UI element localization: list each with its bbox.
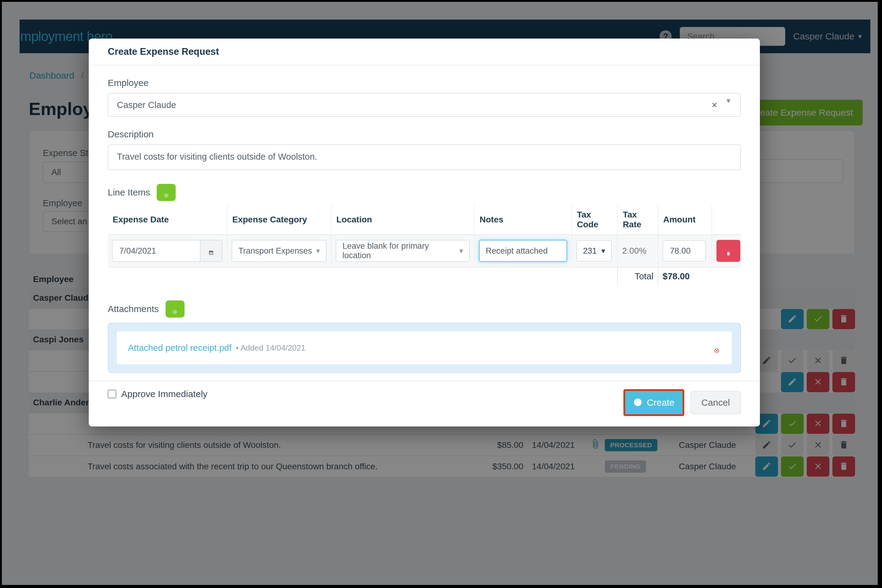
line-items-column-header (712, 205, 741, 235)
expense-date-input[interactable] (112, 240, 200, 262)
line-items-column-header: Expense Category (227, 205, 331, 235)
line-items-column-header: Expense Date (108, 205, 227, 235)
line-items-total-row: Total $78.00 (108, 267, 741, 285)
description-label: Description (108, 129, 741, 140)
add-line-item-button[interactable] (157, 184, 176, 201)
chevron-down-icon: ▾ (598, 247, 605, 255)
total-value: $78.00 (658, 267, 741, 285)
create-button-highlight: Create (624, 389, 684, 416)
line-items-column-header: Tax Code (572, 205, 618, 235)
chevron-down-icon: ▾ (313, 247, 320, 255)
line-items-column-header: Tax Rate (618, 205, 658, 235)
description-textarea[interactable]: Travel costs for visiting clients outsid… (108, 144, 741, 170)
trash-icon (726, 249, 731, 253)
create-button[interactable]: Create (625, 391, 682, 414)
attachments-panel: Attached petrol receipt.pdf • Added 14/0… (108, 323, 741, 373)
plus-circle-icon (633, 398, 643, 408)
line-items-column-header: Location (331, 205, 474, 235)
tax-code-value: 231 (583, 246, 597, 256)
expense-category-select[interactable]: Transport Expenses ▾ (232, 240, 326, 262)
clear-selection-icon[interactable]: × (712, 100, 717, 110)
employee-select[interactable]: Casper Claude × ▼ (108, 93, 741, 117)
attachments-label: Attachments (108, 304, 159, 314)
remove-attachment-icon[interactable] (714, 345, 720, 351)
modal-header: Create Expense Request (89, 39, 760, 66)
line-items-header-row: Expense DateExpense CategoryLocationNote… (108, 205, 741, 235)
location-value: Leave blank for primary location (343, 242, 456, 260)
plus-circle-icon (173, 307, 177, 312)
cancel-button[interactable]: Cancel (690, 391, 741, 414)
line-items-column-header: Notes (474, 205, 572, 235)
add-attachment-button[interactable] (165, 300, 185, 318)
tax-rate-value: 2.00% (622, 246, 646, 255)
chevron-down-icon: ▼ (725, 97, 732, 105)
calendar-icon[interactable] (200, 240, 222, 262)
chevron-down-icon: ▾ (456, 247, 463, 255)
attachment-added-date: • Added 14/04/2021 (236, 343, 305, 353)
line-items-label: Line Items (108, 187, 150, 198)
employee-select-value: Casper Claude (117, 100, 176, 110)
expense-category-value: Transport Expenses (238, 246, 312, 256)
amount-input[interactable] (663, 240, 706, 262)
line-items-table: Expense DateExpense CategoryLocationNote… (108, 205, 741, 285)
location-select[interactable]: Leave blank for primary location ▾ (336, 240, 470, 262)
line-item-row: Transport Expenses ▾ Leave blank for pri… (108, 235, 741, 267)
modal-footer: Create Cancel (89, 381, 760, 426)
total-label: Total (618, 267, 658, 285)
tax-code-select[interactable]: 231 ▾ (576, 240, 612, 262)
plus-circle-icon (164, 190, 168, 195)
create-expense-request-modal: Create Expense Request Employee Casper C… (89, 39, 760, 426)
modal-title: Create Expense Request (108, 46, 219, 57)
attachment-item: Attached petrol receipt.pdf • Added 14/0… (117, 332, 732, 364)
attachment-file-link[interactable]: Attached petrol receipt.pdf (128, 343, 232, 353)
employee-label: Employee (108, 78, 741, 88)
line-items-column-header: Amount (658, 205, 712, 235)
notes-input[interactable] (479, 240, 567, 262)
app-screen: mployment hero ? Casper Claude ▾ Dashboa… (2, 2, 878, 585)
delete-line-item-button[interactable] (717, 240, 740, 262)
